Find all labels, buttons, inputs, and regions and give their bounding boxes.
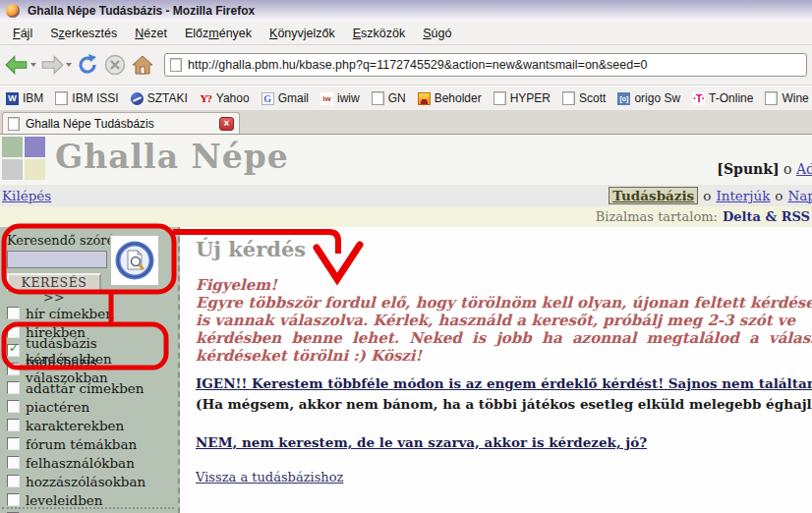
home-icon xyxy=(131,54,154,76)
nav-item-interjuk[interactable]: Interjúk xyxy=(716,188,770,203)
site-nav-links: Tudásbázis o Interjúk o Nap xyxy=(609,187,812,204)
separator: o xyxy=(783,161,791,177)
warning-line: Egyre többször fordul elő, hogy törölnöm… xyxy=(196,294,812,312)
bookmark-icon xyxy=(200,92,212,105)
checkbox-tudasbazis-valaszokban[interactable]: tudásbázis válaszokban xyxy=(7,360,178,378)
bookmark-t-online[interactable]: T-Online xyxy=(692,91,753,105)
menu-szerkesztes[interactable]: Szerkesztés xyxy=(41,24,126,43)
logo-square-purple xyxy=(25,137,45,157)
header-ad-link[interactable]: Ad xyxy=(796,161,812,177)
menu-eszkozok[interactable]: Eszközök xyxy=(344,24,415,43)
checkbox-karakterekben[interactable]: karakterekben xyxy=(7,416,178,434)
stop-icon xyxy=(103,53,127,77)
bookmark-icon xyxy=(372,91,384,105)
no-not-searched-link[interactable]: NEM, nem kerestem, de le van szarva, akk… xyxy=(196,434,647,450)
search-button[interactable]: KERESÉS >> xyxy=(7,273,101,292)
bookmark-wine-hq[interactable]: Wine HQ xyxy=(765,91,812,105)
warning-line: kérdésben benne lehet. Neked is jobb ha … xyxy=(196,329,812,347)
tab-close-button[interactable]: × xyxy=(219,117,234,131)
page-title: Új kérdés xyxy=(196,237,812,261)
bookmark-hyper[interactable]: HYPER xyxy=(493,91,551,105)
yes-searched-link[interactable]: IGEN!! Kerestem többféle módon is az eng… xyxy=(196,375,812,391)
bookmark-origo-sw[interactable]: origo Sw xyxy=(617,91,680,105)
bookmark-icon xyxy=(617,92,630,105)
bookmark-icon xyxy=(493,91,506,105)
reload-button[interactable] xyxy=(76,50,99,80)
bookmark-yahoo[interactable]: Yahoo xyxy=(200,91,250,105)
checkbox[interactable] xyxy=(7,475,20,487)
search-sidebar: Keresendő szórész: KERESÉS >> hír címekb… xyxy=(0,227,180,513)
separator: o xyxy=(703,188,711,203)
checkbox-leveleidben[interactable]: leveleidben xyxy=(7,490,178,509)
checkbox-voks-kerdesekben[interactable]: voks kérdésekben xyxy=(7,509,178,513)
checkbox-hozzaszolasokban[interactable]: hozzászólásokban xyxy=(7,472,178,490)
back-button[interactable] xyxy=(5,50,36,80)
header-user-area: [Spunk] o Ad xyxy=(717,161,812,177)
search-input[interactable] xyxy=(7,251,107,268)
menu-konyvjelzok[interactable]: Könyvjelzők xyxy=(261,24,344,43)
site-title: Ghalla Népe xyxy=(55,138,289,176)
confidential-label: Bizalmas tartalom: xyxy=(596,209,718,224)
checkbox[interactable] xyxy=(7,493,20,506)
note-text: (Ha mégsem, akkor nem bánom, ha a többi … xyxy=(196,395,812,413)
checkbox-felhasznalokban[interactable]: felhasználókban xyxy=(7,453,178,472)
bookmark-iwiw[interactable]: iwiw xyxy=(320,91,360,105)
menu-nezet[interactable]: Nézet xyxy=(126,24,176,43)
firefox-icon xyxy=(6,4,20,18)
search-document-button[interactable] xyxy=(110,235,159,286)
tab-bar: Ghalla Népe Tudásbázis × xyxy=(0,111,812,135)
bookmark-sztaki[interactable]: SZTAKI xyxy=(131,91,188,105)
checkbox[interactable] xyxy=(7,456,20,469)
url-text: http://ghalla.pbm.hu/kbase.php?q=1172745… xyxy=(188,58,647,72)
bookmark-beholder[interactable]: Beholder xyxy=(418,91,482,105)
tab-favicon xyxy=(8,117,20,131)
page-favicon xyxy=(170,58,182,72)
bookmark-ibm[interactable]: IBM xyxy=(6,91,43,105)
bookmark-gmail[interactable]: Gmail xyxy=(261,91,309,105)
window-titlebar: Ghalla Népe Tudásbázis - Mozilla Firefox xyxy=(0,0,812,22)
forward-dropdown-caret[interactable] xyxy=(66,63,72,67)
site-header: Ghalla Népe [Spunk] o Ad xyxy=(0,135,812,185)
url-bar[interactable]: http://ghalla.pbm.hu/kbase.php?q=1172745… xyxy=(164,53,807,77)
site-logo xyxy=(2,137,46,181)
forward-button[interactable] xyxy=(40,50,72,80)
nav-item-nap[interactable]: Nap xyxy=(787,188,812,203)
warning-line: is vannak válaszolva. Kérlek, használd a… xyxy=(196,312,812,329)
nav-item-tudasbazis-selected[interactable]: Tudásbázis xyxy=(609,187,698,204)
checkbox-forum-temakban[interactable]: fórum témákban xyxy=(7,434,178,453)
bookmark-icon xyxy=(261,92,274,105)
checkbox[interactable] xyxy=(7,400,20,413)
checkbox[interactable] xyxy=(7,363,20,375)
menu-sugo[interactable]: Súgó xyxy=(414,24,460,43)
bookmark-icon xyxy=(55,91,68,105)
tab-title: Ghalla Népe Tudásbázis xyxy=(26,117,154,131)
separator: o xyxy=(775,188,783,203)
back-to-knowledge-base-link[interactable]: Vissza a tudásbázishoz xyxy=(196,470,343,484)
logout-link[interactable]: Kilépés xyxy=(2,188,51,203)
checkbox[interactable] xyxy=(7,437,20,450)
reload-icon xyxy=(76,53,99,77)
checkbox[interactable] xyxy=(7,419,20,431)
delta-rss-link[interactable]: Delta & RSS xyxy=(723,209,810,224)
main-content: Új kérdés Figyelem! Egyre többször fordu… xyxy=(180,227,812,513)
checkbox[interactable] xyxy=(7,307,20,319)
bookmark-gn[interactable]: GN xyxy=(372,91,406,105)
home-button[interactable] xyxy=(131,50,154,80)
forward-icon xyxy=(40,55,64,75)
back-icon xyxy=(5,55,29,75)
bookmark-ibm-issi[interactable]: IBM ISSI xyxy=(55,91,118,105)
bookmark-icon xyxy=(692,92,705,105)
bookmark-scott[interactable]: Scott xyxy=(562,91,606,105)
stop-button[interactable] xyxy=(103,50,127,80)
checkbox-piacteren[interactable]: piactéren xyxy=(7,397,178,416)
bookmark-icon xyxy=(765,91,778,105)
menu-elozmenyek[interactable]: Előzmények xyxy=(176,24,261,43)
checkbox[interactable] xyxy=(7,325,20,338)
tab-ghalla-nepe-tudasbazis[interactable]: Ghalla Népe Tudásbázis × xyxy=(2,112,240,134)
checkbox[interactable] xyxy=(7,381,20,394)
checkbox-hir-cimekben[interactable]: hír címekben xyxy=(7,304,178,322)
menu-fajl[interactable]: Fájl xyxy=(4,24,41,43)
back-dropdown-caret[interactable] xyxy=(30,63,36,67)
bookmark-icon xyxy=(6,92,19,105)
checkbox[interactable] xyxy=(7,344,20,357)
